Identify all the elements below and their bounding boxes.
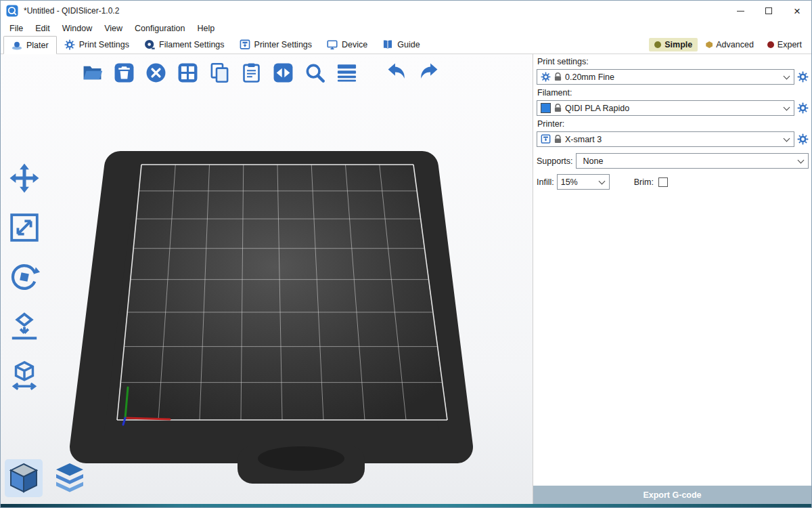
mode-advanced[interactable]: Advanced	[700, 38, 759, 51]
tab-plater[interactable]: Plater	[3, 36, 57, 54]
place-on-face-icon	[9, 311, 40, 342]
expert-mode-dot-icon	[767, 41, 774, 48]
advanced-mode-hexagon-icon	[706, 41, 713, 48]
rotate-tool-button[interactable]	[5, 258, 44, 296]
lock-icon	[554, 135, 562, 144]
menu-configuration[interactable]: Configuration	[129, 22, 191, 35]
delete-all-button[interactable]	[143, 60, 168, 85]
preview-view-button[interactable]	[51, 459, 89, 497]
move-tool-button[interactable]	[5, 159, 44, 197]
undo-button[interactable]	[384, 60, 409, 85]
printer-icon	[541, 134, 551, 144]
edit-printer-gear-icon[interactable]	[797, 133, 809, 145]
delete-icon	[114, 62, 135, 83]
chevron-down-icon	[798, 156, 805, 163]
title-bar: *Untitled - QIDISlicer-1.0.2 ×	[1, 1, 811, 21]
plater-icon	[12, 40, 22, 51]
mode-simple[interactable]: Simple	[649, 38, 698, 51]
edit-print-settings-gear-icon[interactable]	[797, 71, 809, 83]
menu-window[interactable]: Window	[56, 22, 98, 35]
gear-icon	[64, 39, 75, 50]
measure-tool-button[interactable]	[5, 357, 44, 395]
tab-filament-settings[interactable]: Filament Settings	[137, 36, 232, 54]
split-button[interactable]	[270, 60, 296, 85]
variable-layer-height-button[interactable]	[334, 60, 359, 85]
edit-filament-gear-icon[interactable]	[797, 102, 809, 114]
scale-icon	[9, 212, 40, 243]
chevron-down-icon	[598, 177, 605, 184]
mode-expert[interactable]: Expert	[762, 38, 807, 51]
view-toggles	[5, 459, 89, 497]
infill-combo[interactable]: 15%	[557, 174, 610, 190]
minimize-button[interactable]	[726, 1, 754, 21]
paste-icon	[241, 62, 262, 83]
split-icon	[273, 62, 294, 83]
chevron-down-icon	[784, 104, 790, 110]
copy-icon	[209, 62, 230, 83]
brim-checkbox[interactable]	[658, 177, 668, 187]
delete-button[interactable]	[111, 60, 137, 85]
variable-layer-height-icon	[336, 62, 357, 83]
top-toolbar	[79, 60, 441, 85]
filament-color-swatch	[541, 103, 551, 113]
settings-sidebar: Print settings: 0.20mm Fine Filament: QI…	[533, 54, 811, 504]
paste-button[interactable]	[238, 60, 264, 85]
window-title: *Untitled - QIDISlicer-1.0.2	[24, 6, 119, 16]
tab-device[interactable]: Device	[319, 36, 375, 54]
place-on-face-tool-button[interactable]	[5, 308, 44, 345]
printer-combo[interactable]: X-smart 3	[537, 131, 794, 147]
tab-print-settings[interactable]: Print Settings	[57, 36, 137, 54]
3d-viewport[interactable]	[1, 54, 533, 504]
printer-icon	[240, 39, 250, 50]
maximize-icon	[765, 7, 772, 14]
lock-icon	[554, 72, 562, 81]
infill-label: Infill:	[537, 177, 554, 187]
open-folder-icon	[82, 62, 103, 83]
tab-printer-settings[interactable]: Printer Settings	[232, 36, 319, 54]
maximize-button[interactable]	[754, 1, 783, 21]
redo-icon	[418, 62, 439, 83]
filament-combo[interactable]: QIDI PLA Rapido	[537, 100, 794, 116]
scale-tool-button[interactable]	[5, 209, 44, 247]
copy-button[interactable]	[206, 60, 232, 85]
redo-button[interactable]	[415, 60, 441, 85]
filament-label: Filament:	[537, 88, 809, 98]
lock-icon	[554, 104, 562, 112]
close-icon: ×	[794, 5, 800, 17]
preview-layers-icon	[53, 462, 86, 494]
minimize-icon	[737, 11, 744, 12]
search-icon	[304, 62, 325, 83]
search-button[interactable]	[302, 60, 328, 85]
delete-all-icon	[145, 62, 166, 83]
export-gcode-button[interactable]: Export G-code	[533, 486, 811, 504]
printer-label: Printer:	[537, 119, 809, 129]
mode-switcher: Simple Advanced Expert	[649, 36, 811, 54]
app-logo-icon	[6, 5, 18, 17]
arrange-button[interactable]	[175, 60, 200, 85]
brim-label: Brim:	[634, 177, 654, 187]
filament-spool-icon	[144, 39, 155, 50]
monitor-icon	[327, 39, 338, 50]
menu-edit[interactable]: Edit	[29, 22, 56, 35]
supports-label: Supports:	[537, 156, 573, 166]
tab-guide[interactable]: Guide	[375, 36, 427, 54]
close-button[interactable]: ×	[783, 1, 811, 21]
menu-bar: File Edit Window View Configuration Help	[1, 21, 811, 36]
window-controls: ×	[726, 1, 811, 21]
supports-combo[interactable]: None	[576, 153, 809, 169]
menu-file[interactable]: File	[3, 22, 29, 35]
book-icon	[382, 39, 393, 50]
gear-icon	[541, 72, 551, 82]
open-project-button[interactable]	[79, 60, 105, 85]
tab-bar: Plater Print Settings Filament Settings …	[1, 36, 811, 54]
move-icon	[9, 163, 40, 194]
menu-view[interactable]: View	[98, 22, 129, 35]
3d-editor-cube-icon	[7, 462, 40, 494]
left-toolbar	[5, 159, 44, 395]
chevron-down-icon	[784, 135, 790, 142]
print-bed	[1, 54, 533, 504]
main-area: Print settings: 0.20mm Fine Filament: QI…	[1, 54, 811, 504]
menu-help[interactable]: Help	[191, 22, 221, 35]
3d-editor-view-button[interactable]	[5, 459, 43, 497]
print-settings-combo[interactable]: 0.20mm Fine	[537, 69, 794, 85]
